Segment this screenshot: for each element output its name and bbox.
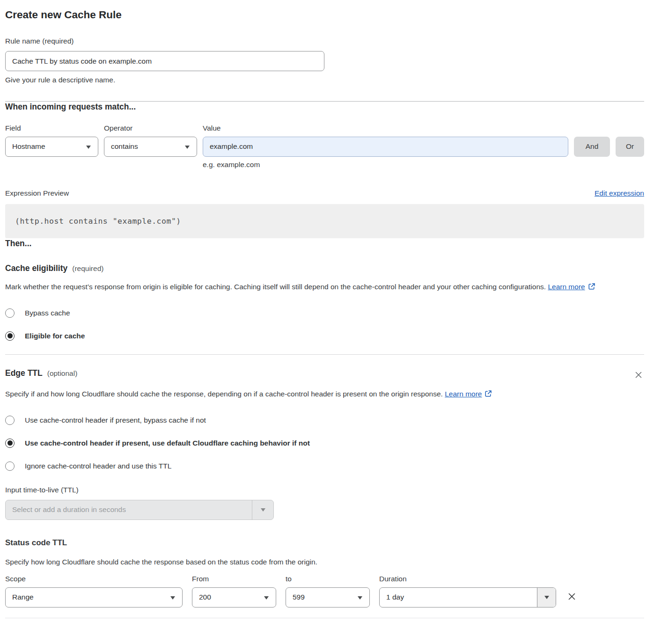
from-select-value: 200	[199, 593, 211, 601]
radio-icon[interactable]	[5, 308, 15, 318]
bottom-divider	[5, 618, 644, 618]
remove-icon	[566, 591, 577, 602]
radio-option-label: Eligible for cache	[25, 329, 85, 343]
radio-icon[interactable]	[5, 331, 15, 341]
ttl-duration-dropdown-toggle[interactable]	[252, 500, 273, 520]
create-cache-rule-form: Create new Cache Rule Rule name (require…	[0, 0, 661, 623]
radio-icon[interactable]	[5, 416, 15, 425]
chevron-down-icon	[86, 146, 91, 149]
radio-option-eligible-for-cache[interactable]: Eligible for cache	[5, 329, 644, 343]
value-helper: e.g. example.com	[203, 161, 568, 169]
remove-status-ttl-row-button[interactable]	[566, 590, 578, 604]
chevron-down-icon	[170, 596, 175, 600]
radio-option-label: Use cache-control header if present, use…	[25, 436, 310, 450]
scope-label: Scope	[5, 575, 183, 583]
field-label: Field	[5, 124, 98, 132]
cache-eligibility-options: Bypass cache Eligible for cache	[5, 306, 644, 343]
expression-preview-label: Expression Preview	[5, 189, 69, 198]
edge-ttl-close-button[interactable]	[633, 369, 644, 382]
to-select[interactable]: 599	[286, 587, 370, 607]
value-input[interactable]	[203, 137, 568, 157]
edge-ttl-description: Specify if and how long Cloudflare shoul…	[5, 388, 529, 401]
page-title: Create new Cache Rule	[5, 8, 644, 22]
radio-icon[interactable]	[5, 439, 15, 448]
rule-name-helper: Give your rule a descriptive name.	[5, 76, 644, 84]
match-builder: Field Operator Value Hostname contains A…	[5, 124, 644, 169]
field-select-value: Hostname	[12, 142, 45, 151]
cache-eligibility-heading: Cache eligibility	[5, 263, 67, 273]
cache-eligibility-description-text: Mark whether the request’s response from…	[5, 283, 546, 291]
edge-ttl-heading: Edge TTL	[5, 368, 43, 378]
scope-select[interactable]: Range	[5, 587, 183, 607]
scope-select-value: Range	[12, 593, 34, 601]
value-label: Value	[203, 124, 568, 132]
status-code-ttl-heading: Status code TTL	[5, 538, 644, 548]
radio-option-label: Bypass cache	[25, 306, 70, 320]
section-divider	[5, 354, 644, 355]
operator-label: Operator	[104, 124, 197, 132]
cache-eligibility-qualifier: (required)	[72, 264, 103, 273]
rule-name-label: Rule name (required)	[5, 37, 644, 45]
operator-select-value: contains	[111, 142, 138, 151]
ttl-duration-placeholder: Select or add a duration in seconds	[6, 500, 252, 520]
edge-ttl-qualifier: (optional)	[47, 369, 78, 378]
edge-ttl-learn-more-link[interactable]: Learn more	[445, 390, 482, 398]
chevron-down-icon	[358, 596, 362, 600]
duration-select[interactable]: 1 day	[379, 587, 556, 607]
to-label: to	[286, 575, 370, 583]
external-link-icon	[588, 283, 595, 290]
or-button[interactable]: Or	[616, 137, 644, 157]
chevron-down-icon	[264, 596, 269, 600]
and-button[interactable]: And	[574, 137, 610, 157]
radio-option-cc-bypass[interactable]: Use cache-control header if present, byp…	[5, 413, 644, 427]
cache-eligibility-learn-more-link[interactable]: Learn more	[548, 283, 585, 291]
radio-icon[interactable]	[5, 461, 15, 471]
radio-option-bypass-cache[interactable]: Bypass cache	[5, 306, 644, 320]
radio-option-label: Use cache-control header if present, byp…	[25, 413, 206, 427]
edge-ttl-description-text: Specify if and how long Cloudflare shoul…	[5, 390, 443, 398]
radio-option-ignore-cc[interactable]: Ignore cache-control header and use this…	[5, 459, 644, 473]
ttl-input-label: Input time-to-live (TTL)	[5, 486, 644, 494]
from-select[interactable]: 200	[192, 587, 276, 607]
chevron-down-icon	[544, 596, 549, 599]
chevron-down-icon	[185, 146, 190, 149]
status-code-ttl-row: Scope From to Duration Range 200 599 1 d…	[5, 575, 644, 607]
expression-preview-box: (http.host contains "example.com")	[5, 204, 644, 238]
radio-option-label: Ignore cache-control header and use this…	[25, 459, 171, 473]
from-label: From	[192, 575, 276, 583]
ttl-duration-select[interactable]: Select or add a duration in seconds	[5, 500, 274, 520]
status-code-ttl-description: Specify how long Cloudflare should cache…	[5, 556, 644, 569]
chevron-down-icon	[261, 508, 265, 512]
then-heading: Then...	[5, 238, 644, 249]
edit-expression-link[interactable]: Edit expression	[595, 189, 644, 198]
field-select[interactable]: Hostname	[5, 137, 98, 157]
external-link-icon	[485, 390, 492, 397]
duration-dropdown-toggle[interactable]	[537, 588, 556, 607]
duration-label: Duration	[379, 575, 556, 583]
to-select-value: 599	[293, 593, 305, 601]
radio-option-cc-default[interactable]: Use cache-control header if present, use…	[5, 436, 644, 450]
expression-code: (http.host contains "example.com")	[15, 217, 181, 226]
edge-ttl-options: Use cache-control header if present, byp…	[5, 413, 644, 473]
close-icon	[634, 370, 643, 380]
cache-eligibility-description: Mark whether the request’s response from…	[5, 280, 635, 293]
rule-name-input[interactable]	[5, 51, 324, 71]
operator-select[interactable]: contains	[104, 137, 197, 157]
match-heading: When incoming requests match...	[5, 102, 644, 112]
duration-select-value: 1 day	[380, 588, 537, 607]
